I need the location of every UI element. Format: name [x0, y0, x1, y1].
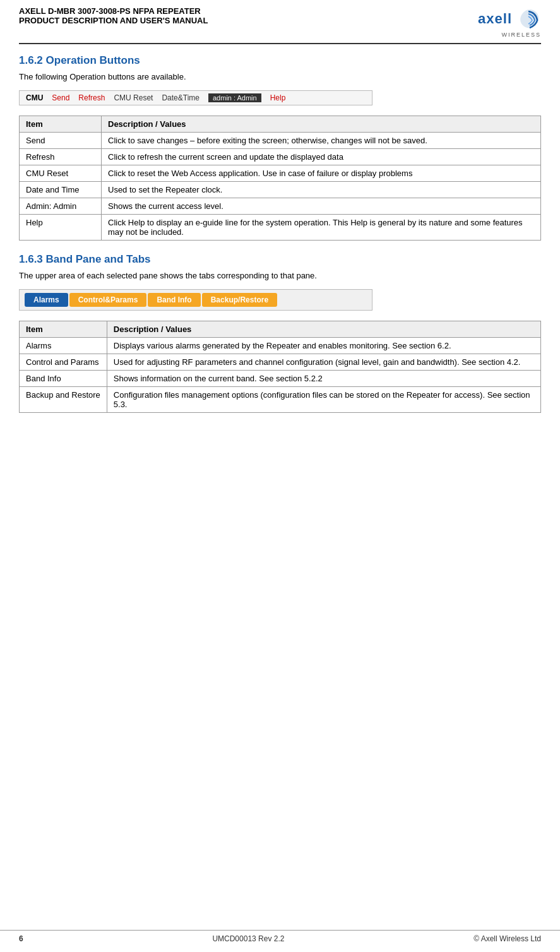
table-cell-desc: Displays various alarms generated by the… [107, 338, 540, 354]
operation-buttons-table: Item Description / Values SendClick to s… [19, 116, 541, 241]
copyright: © Axell Wireless Ltd [474, 934, 541, 943]
doc-id: UMCD00013 Rev 2.2 [212, 934, 284, 943]
section-163-intro: The upper area of each selected pane sho… [19, 271, 541, 280]
table-row: CMU ResetClick to reset the Web Access a… [20, 165, 541, 182]
table-cell-desc: Shows the current access level. [102, 198, 541, 215]
table-cell-item: Send [20, 133, 102, 149]
page-header: AXELL D-MBR 3007-3008-PS NFPA REPEATER P… [19, 6, 541, 44]
table-row: Control and ParamsUsed for adjusting RF … [20, 354, 541, 371]
tab-control-params[interactable]: Control&Params [69, 293, 147, 307]
table2-col2-header: Description / Values [107, 321, 540, 338]
page-number: 6 [19, 934, 23, 943]
toolbar-refresh[interactable]: Refresh [78, 93, 105, 102]
tab-band-info[interactable]: Band Info [148, 293, 200, 307]
logo-wireless: WIRELESS [501, 32, 541, 38]
table-cell-item: Date and Time [20, 182, 102, 198]
toolbar-cmu-reset[interactable]: CMU Reset [114, 93, 153, 102]
section-163-heading: 1.6.3 Band Pane and Tabs [19, 253, 541, 266]
table-cell-desc: Used to set the Repeater clock. [102, 182, 541, 198]
tabs-mockup: Alarms Control&Params Band Info Backup/R… [19, 289, 372, 311]
section-162-heading: 1.6.2 Operation Buttons [19, 54, 541, 67]
table-cell-item: CMU Reset [20, 165, 102, 182]
table-row: Date and TimeUsed to set the Repeater cl… [20, 182, 541, 198]
table-cell-item: Admin: Admin [20, 198, 102, 215]
logo: axell [478, 6, 541, 32]
logo-container: axell WIRELESS [478, 6, 541, 38]
table-cell-desc: Shows information on the current band. S… [107, 371, 540, 387]
table-row: SendClick to save changes – before exiti… [20, 133, 541, 149]
toolbar-cmu: CMU [26, 93, 43, 102]
header-title-sub: PRODUCT DESCRIPTION AND USER'S MANUAL [19, 16, 208, 25]
table-row: RefreshClick to refresh the current scre… [20, 149, 541, 165]
table-col2-header: Description / Values [102, 116, 541, 133]
band-pane-table: Item Description / Values AlarmsDisplays… [19, 321, 541, 413]
toolbar-mockup: CMU Send Refresh CMU Reset Date&Time adm… [19, 90, 372, 105]
table-cell-item: Backup and Restore [20, 387, 107, 413]
header-title-main: AXELL D-MBR 3007-3008-PS NFPA REPEATER [19, 6, 208, 16]
table-row: Backup and RestoreConfiguration files ma… [20, 387, 541, 413]
toolbar-date-time[interactable]: Date&Time [162, 93, 200, 102]
logo-icon [516, 6, 541, 32]
table-col1-header: Item [20, 116, 102, 133]
table-row: AlarmsDisplays various alarms generated … [20, 338, 541, 354]
table-cell-desc: Used for adjusting RF parameters and cha… [107, 354, 540, 371]
table-row: Admin: AdminShows the current access lev… [20, 198, 541, 215]
table-cell-desc: Click to reset the Web Access applicatio… [102, 165, 541, 182]
table-cell-desc: Click to refresh the current screen and … [102, 149, 541, 165]
toolbar-send[interactable]: Send [52, 93, 69, 102]
table-cell-item: Control and Params [20, 354, 107, 371]
table-cell-desc: Click to save changes – before exiting t… [102, 133, 541, 149]
header-titles: AXELL D-MBR 3007-3008-PS NFPA REPEATER P… [19, 6, 208, 25]
table-cell-item: Band Info [20, 371, 107, 387]
section-162-intro: The following Operation buttons are avai… [19, 72, 541, 81]
table-row: Band InfoShows information on the curren… [20, 371, 541, 387]
table2-col1-header: Item [20, 321, 107, 338]
table-cell-desc: Configuration files management options (… [107, 387, 540, 413]
toolbar-help[interactable]: Help [270, 93, 286, 102]
table-cell-item: Help [20, 215, 102, 241]
table-row: HelpClick Help to display an e-guide lin… [20, 215, 541, 241]
table-cell-item: Refresh [20, 149, 102, 165]
toolbar-admin[interactable]: admin : Admin [208, 93, 261, 102]
tab-alarms[interactable]: Alarms [25, 293, 68, 307]
tab-backup-restore[interactable]: Backup/Restore [202, 293, 277, 307]
page-footer: 6 UMCD00013 Rev 2.2 © Axell Wireless Ltd [0, 930, 560, 943]
logo-text: axell [478, 11, 512, 27]
table-cell-item: Alarms [20, 338, 107, 354]
table-cell-desc: Click Help to display an e-guide line fo… [102, 215, 541, 241]
